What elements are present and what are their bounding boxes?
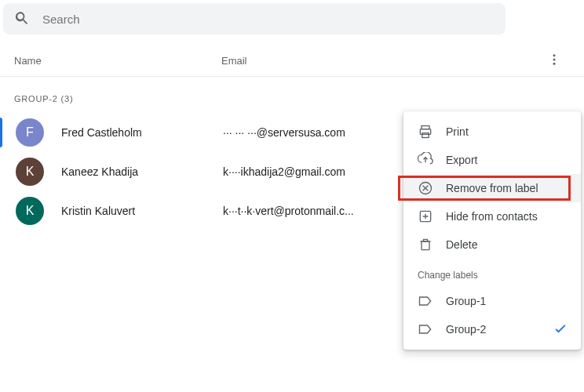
checkmark-icon bbox=[553, 321, 568, 339]
avatar: K bbox=[16, 197, 44, 225]
contact-name: Kaneez Khadija bbox=[61, 165, 223, 178]
menu-item-label: Group-1 bbox=[446, 295, 486, 307]
more-vert-icon bbox=[547, 53, 561, 69]
menu-item-label: Print bbox=[446, 125, 469, 138]
menu-item-label: Remove from label bbox=[446, 182, 538, 194]
label-icon bbox=[418, 321, 433, 337]
search-icon bbox=[14, 10, 30, 28]
menu-item-export[interactable]: Export bbox=[403, 146, 581, 174]
search-input[interactable] bbox=[41, 12, 495, 27]
menu-item-label: Delete bbox=[446, 238, 477, 251]
trash-icon bbox=[418, 237, 433, 252]
menu-item-remove-from-label[interactable]: Remove from label bbox=[403, 174, 581, 202]
remove-icon bbox=[418, 180, 433, 196]
hide-icon bbox=[418, 209, 433, 224]
list-header: Name Email bbox=[0, 45, 584, 77]
search-bar[interactable] bbox=[3, 3, 506, 34]
group-label: GROUP-2 (3) bbox=[0, 77, 584, 113]
menu-item-label: Hide from contacts bbox=[446, 210, 538, 223]
column-name: Name bbox=[14, 55, 221, 67]
contact-name: Kristin Kaluvert bbox=[61, 205, 223, 217]
menu-section-label: Change labels bbox=[403, 259, 581, 287]
svg-point-2 bbox=[553, 63, 556, 65]
svg-point-0 bbox=[553, 54, 556, 56]
menu-item-group1[interactable]: Group-1 bbox=[403, 287, 581, 315]
menu-item-group2[interactable]: Group-2 bbox=[403, 315, 581, 343]
menu-item-label: Group-2 bbox=[446, 323, 486, 336]
svg-point-1 bbox=[553, 59, 556, 61]
export-icon bbox=[418, 152, 433, 168]
menu-item-delete[interactable]: Delete bbox=[403, 230, 581, 259]
column-email: Email bbox=[221, 55, 538, 67]
context-menu: Print Export Remove from label Hide from… bbox=[403, 111, 581, 350]
avatar: K bbox=[16, 158, 44, 186]
menu-item-hide[interactable]: Hide from contacts bbox=[403, 202, 581, 230]
menu-item-print[interactable]: Print bbox=[403, 118, 581, 146]
label-icon bbox=[418, 293, 433, 309]
contact-name: Fred Castleholm bbox=[61, 126, 223, 139]
svg-rect-5 bbox=[422, 133, 429, 138]
print-icon bbox=[418, 124, 433, 140]
avatar: F bbox=[16, 118, 44, 147]
more-actions-button[interactable] bbox=[540, 47, 568, 75]
menu-item-label: Export bbox=[446, 154, 477, 166]
svg-rect-8 bbox=[422, 241, 429, 250]
